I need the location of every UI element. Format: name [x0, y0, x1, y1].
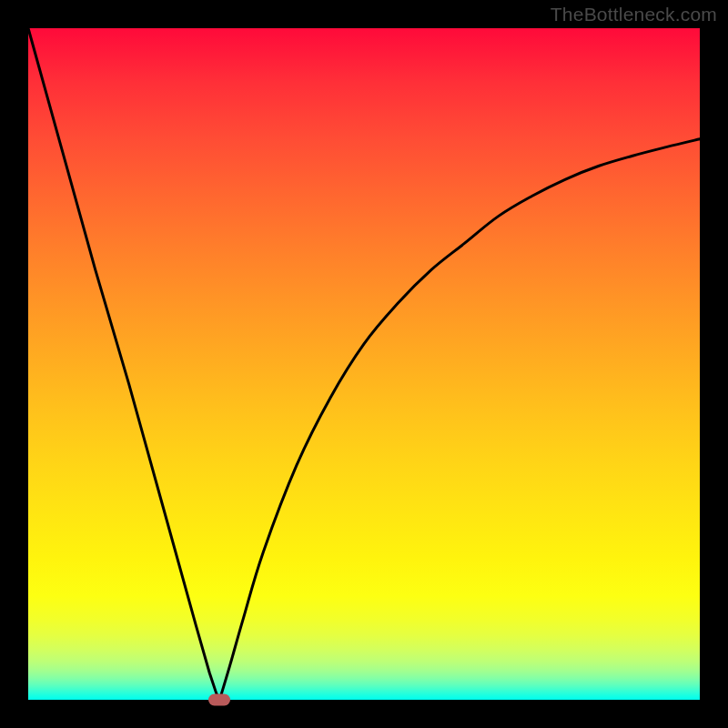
bottleneck-curve	[28, 28, 700, 700]
curve-left-branch	[28, 28, 219, 700]
plot-area	[28, 28, 700, 700]
minimum-marker	[208, 694, 230, 706]
chart-frame: TheBottleneck.com	[0, 0, 728, 728]
curve-right-branch	[219, 139, 700, 700]
watermark-text: TheBottleneck.com	[551, 4, 717, 25]
